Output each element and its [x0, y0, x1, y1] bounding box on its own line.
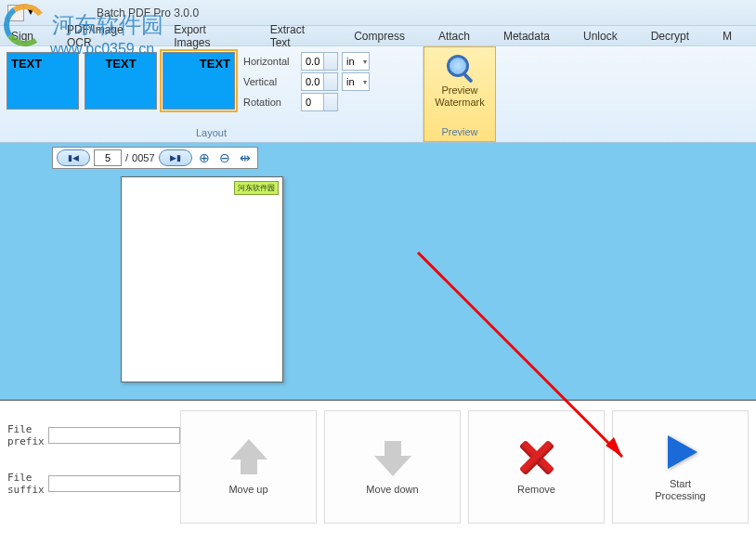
- menu-extract-text[interactable]: Extract Text: [254, 23, 338, 49]
- nav-page-input[interactable]: [94, 149, 122, 166]
- ribbon-group-preview: Preview Watermark Preview: [424, 46, 496, 142]
- start-processing-label: Start Processing: [655, 478, 705, 502]
- workspace: ▮◀ / 0057 ▶▮ ⊕ ⊖ ⇹ 河东软件园: [0, 143, 756, 401]
- page-nav-bar: ▮◀ / 0057 ▶▮ ⊕ ⊖ ⇹: [52, 147, 258, 169]
- move-down-label: Move down: [366, 484, 418, 496]
- vertical-label: Vertical: [243, 76, 297, 87]
- preview-watermark-label: Preview Watermark: [428, 84, 491, 109]
- layout-option-center[interactable]: TEXT: [85, 52, 157, 110]
- watermark-badge: 河东软件园: [234, 181, 279, 195]
- site-watermark-url: www.pc0359.cn: [50, 41, 154, 58]
- nav-first-button[interactable]: ▮◀: [57, 149, 90, 166]
- file-prefix-label: File prefix: [7, 423, 45, 447]
- nav-last-button[interactable]: ▶▮: [159, 149, 192, 166]
- arrow-up-icon: [227, 437, 271, 478]
- arrow-down-icon: [371, 437, 415, 478]
- preview-watermark-button[interactable]: Preview Watermark: [428, 49, 491, 112]
- qat-dropdown-icon[interactable]: ▾: [28, 5, 37, 21]
- file-suffix-label: File suffix: [7, 472, 45, 496]
- rotation-label: Rotation: [243, 97, 297, 108]
- menu-compress[interactable]: Compress: [337, 30, 422, 43]
- menu-sign[interactable]: Sign: [7, 30, 50, 43]
- layout-option-left[interactable]: TEXT: [7, 52, 79, 110]
- move-up-label: Move up: [228, 484, 267, 496]
- page-preview: 河东软件园: [121, 176, 283, 382]
- ribbon-group-layout: TEXT TEXT TEXT Horizontal 0.0 in Vertica…: [0, 46, 424, 142]
- fit-width-icon[interactable]: ⇹: [237, 149, 254, 166]
- qat-save-icon[interactable]: [7, 5, 24, 21]
- ribbon: TEXT TEXT TEXT Horizontal 0.0 in Vertica…: [0, 46, 756, 143]
- start-processing-button[interactable]: Start Processing: [612, 410, 749, 524]
- zoom-in-icon[interactable]: ⊕: [196, 149, 213, 166]
- menu-more[interactable]: M: [706, 30, 749, 43]
- nav-separator: /: [125, 152, 128, 163]
- layout-group-label: Layout: [4, 125, 419, 140]
- file-prefix-input[interactable]: [48, 427, 180, 444]
- play-icon: [658, 432, 703, 473]
- menu-attach[interactable]: Attach: [422, 30, 487, 43]
- menu-metadata[interactable]: Metadata: [487, 30, 567, 43]
- menu-export-images[interactable]: Export Images: [157, 23, 254, 49]
- rotation-spinner[interactable]: 0: [301, 93, 338, 111]
- layout-option-right[interactable]: TEXT: [163, 52, 235, 110]
- move-down-button[interactable]: Move down: [324, 410, 461, 524]
- magnifier-icon: [443, 53, 476, 83]
- bottom-panel: File prefix File suffix Move up Move dow…: [0, 401, 756, 544]
- horizontal-spinner[interactable]: 0.0: [301, 52, 338, 71]
- menu-unlock[interactable]: Unlock: [567, 30, 634, 43]
- preview-group-label: Preview: [428, 124, 491, 139]
- zoom-out-icon[interactable]: ⊖: [216, 149, 233, 166]
- horizontal-unit[interactable]: in: [342, 52, 370, 71]
- remove-label: Remove: [517, 484, 555, 496]
- remove-button[interactable]: Remove: [468, 410, 605, 524]
- vertical-unit[interactable]: in: [342, 72, 370, 91]
- window-title: Batch PDF Pro 3.0.0: [97, 6, 199, 19]
- nav-total-pages: 0057: [132, 152, 154, 163]
- cross-icon: [515, 437, 559, 478]
- menu-decrypt[interactable]: Decrypt: [634, 30, 706, 43]
- horizontal-label: Horizontal: [243, 56, 297, 67]
- file-suffix-input[interactable]: [48, 475, 180, 492]
- move-up-button[interactable]: Move up: [180, 410, 317, 524]
- vertical-spinner[interactable]: 0.0: [301, 72, 338, 91]
